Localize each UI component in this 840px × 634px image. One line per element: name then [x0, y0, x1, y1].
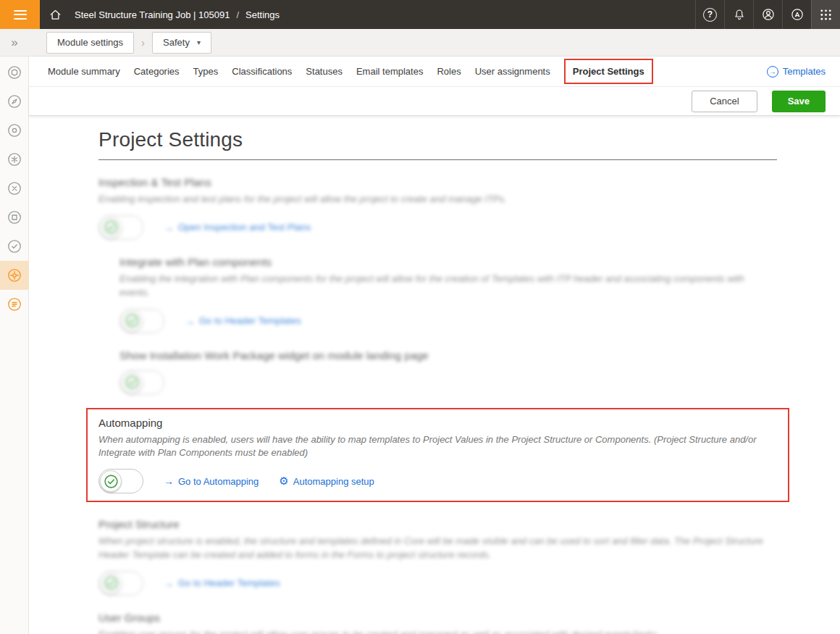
sidebar-module-7[interactable]	[0, 232, 29, 261]
account-button[interactable]	[753, 0, 782, 29]
list-module-icon	[7, 296, 22, 312]
tab-project-settings[interactable]: Project Settings	[564, 59, 653, 84]
link-label: Automapping setup	[293, 476, 374, 487]
module-selector-dropdown[interactable]: Safety ▾	[152, 32, 211, 54]
cancel-button[interactable]: Cancel	[692, 91, 757, 112]
tab-types[interactable]: Types	[193, 59, 219, 84]
check-circle-icon	[125, 313, 140, 328]
sidebar-module-4[interactable]	[0, 145, 29, 174]
toggle-knob	[121, 310, 143, 332]
arrow-icon: →	[164, 577, 174, 589]
compass-module-icon	[7, 93, 22, 109]
section-automapping: Automapping When automapping is enabled,…	[98, 417, 777, 494]
section-user-groups: User Groups Enabling user groups for the…	[98, 612, 777, 634]
asterisk-module-icon	[7, 151, 22, 167]
action-bar: Cancel Save	[29, 87, 840, 116]
gear-module-icon	[7, 267, 22, 283]
top-navigation-bar: Steel Structure Training Job | 105091 / …	[0, 0, 840, 29]
check-circle-icon	[104, 575, 119, 591]
arrow-icon: →	[164, 222, 174, 233]
expand-sidebar-button[interactable]: »	[0, 36, 29, 50]
circle-arrow-icon: →	[767, 66, 778, 78]
templates-link[interactable]: → Templates	[767, 66, 826, 78]
module-settings-button[interactable]: Module settings	[46, 32, 134, 54]
sidebar-module-1[interactable]	[0, 58, 29, 87]
section-project-structure: Project Structure When project structure…	[98, 518, 777, 596]
go-to-header-templates-link-2[interactable]: → Go to Header Templates	[164, 577, 280, 589]
section-integrate-plan-components: Integrate with Plan components Enabling …	[119, 256, 777, 333]
inspection-test-plans-toggle[interactable]	[98, 215, 143, 240]
tab-classifications[interactable]: Classifications	[232, 59, 292, 84]
bell-icon	[733, 8, 746, 21]
section-title: Automapping	[98, 417, 777, 429]
home-icon	[49, 8, 62, 22]
section-description: When automapping is enabled, users will …	[98, 433, 777, 461]
integrate-plan-components-toggle[interactable]	[119, 309, 164, 333]
open-inspection-test-plans-link[interactable]: → Open Inspection and Test Plans	[164, 222, 311, 233]
project-settings-page: Project Settings Inspection & Test Plans…	[29, 116, 840, 634]
save-button[interactable]: Save	[772, 91, 826, 112]
sidebar-module-9[interactable]	[0, 290, 29, 319]
sidebar-module-3[interactable]	[0, 116, 29, 145]
main-menu-button[interactable]	[0, 0, 40, 29]
go-to-automapping-link[interactable]: → Go to Automapping	[164, 475, 259, 487]
help-icon: ?	[703, 8, 717, 22]
sidebar-module-2[interactable]	[0, 87, 29, 116]
home-button[interactable]	[40, 0, 70, 29]
compass-logo-icon	[790, 7, 805, 22]
section-title: Inspection & Test Plans	[98, 176, 777, 188]
arrow-icon: →	[185, 315, 195, 327]
control-row: → Go to Automapping ⚙ Automapping setup	[98, 469, 777, 493]
control-row	[119, 370, 777, 395]
tab-categories[interactable]: Categories	[134, 59, 180, 84]
breadcrumb: Steel Structure Training Job | 105091 / …	[75, 9, 280, 20]
apps-menu-button[interactable]	[811, 0, 840, 29]
topbar-actions: ?	[695, 0, 840, 29]
app-window: Steel Structure Training Job | 105091 / …	[0, 0, 840, 634]
templates-link-label: Templates	[783, 66, 826, 77]
arrow-icon: →	[164, 475, 174, 487]
tab-roles[interactable]: Roles	[437, 59, 461, 84]
section-title: User Groups	[98, 612, 777, 624]
x-circle-module-icon	[7, 180, 22, 196]
caret-down-icon: ▾	[197, 38, 201, 46]
link-label: Open Inspection and Test Plans	[178, 222, 311, 233]
breadcrumb-separator: /	[236, 9, 239, 20]
product-logo-button[interactable]	[782, 0, 811, 29]
go-to-header-templates-link[interactable]: → Go to Header Templates	[185, 315, 301, 327]
link-label: Go to Header Templates	[178, 577, 280, 588]
module-sidebar	[0, 57, 29, 634]
help-button[interactable]: ?	[695, 0, 724, 29]
breadcrumb-project[interactable]: Steel Structure Training Job | 105091	[75, 9, 230, 20]
check-circle-icon	[125, 375, 140, 390]
box-module-icon	[7, 209, 22, 225]
automapping-setup-link[interactable]: ⚙ Automapping setup	[279, 475, 374, 488]
section-description: Enabling user groups for the project wil…	[98, 628, 777, 634]
check-circle-icon	[104, 474, 119, 489]
title-divider	[98, 159, 777, 160]
selected-module-label: Safety	[163, 37, 190, 48]
iwp-widget-toggle[interactable]	[119, 370, 164, 395]
toggle-knob	[100, 470, 122, 492]
section-title: Project Structure	[98, 518, 777, 530]
section-title: Show Installation Work Package widget on…	[119, 349, 777, 362]
tab-module-summary[interactable]: Module summary	[48, 59, 120, 84]
page-title: Project Settings	[98, 129, 777, 151]
module-settings-label: Module settings	[57, 37, 123, 48]
gear-icon: ⚙	[279, 475, 288, 488]
tab-email-templates[interactable]: Email templates	[356, 59, 423, 84]
section-description: When project structure is enabled, the s…	[98, 535, 777, 562]
automapping-toggle[interactable]	[98, 469, 143, 493]
tab-user-assignments[interactable]: User assignments	[475, 59, 550, 84]
settings-tab-bar: Module summary Categories Types Classifi…	[29, 57, 840, 87]
notifications-button[interactable]	[724, 0, 753, 29]
project-structure-toggle[interactable]	[98, 571, 143, 596]
sidebar-module-6[interactable]	[0, 203, 29, 232]
link-label: Go to Automapping	[178, 476, 259, 487]
chevron-separator-icon: ›	[141, 36, 145, 49]
sidebar-module-safety-selected[interactable]	[0, 261, 29, 290]
tab-statuses[interactable]: Statuses	[306, 59, 343, 84]
sidebar-module-5[interactable]	[0, 174, 29, 203]
toggle-knob	[100, 572, 122, 594]
control-row: → Open Inspection and Test Plans	[98, 215, 777, 240]
